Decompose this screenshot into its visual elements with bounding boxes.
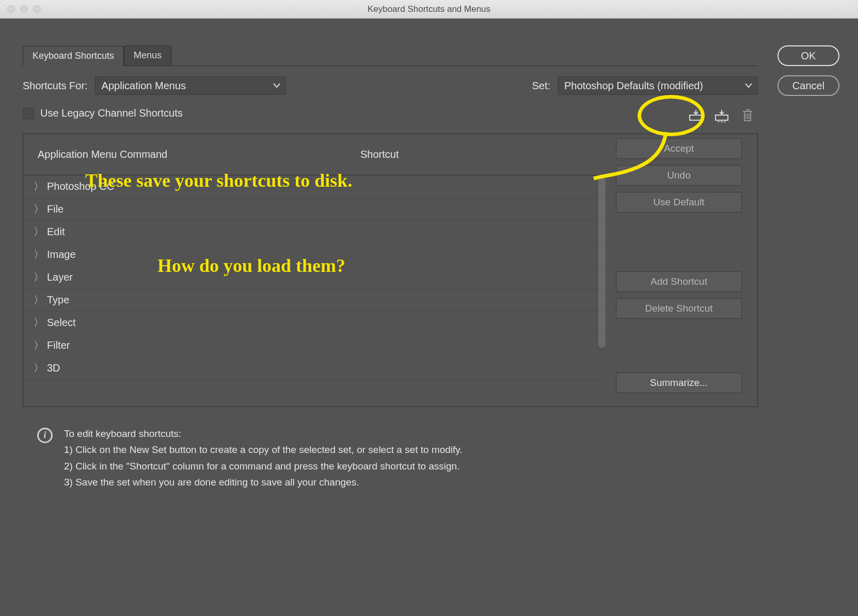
dialog-content: OK Cancel Keyboard Shortcuts Menus Short… <box>0 19 858 616</box>
info-line: 3) Save the set when you are done editin… <box>64 474 463 490</box>
save-as-icon <box>714 109 729 122</box>
legacy-checkbox[interactable] <box>23 108 34 119</box>
column-command: Application Menu Command <box>38 149 298 160</box>
use-default-button[interactable]: Use Default <box>616 192 742 213</box>
set-value: Photoshop Defaults (modified) <box>564 80 703 92</box>
item-label: Layer <box>47 271 73 283</box>
accept-button[interactable]: Accept <box>616 138 742 159</box>
shortcuts-for-value: Application Menus <box>102 80 186 92</box>
list-item[interactable]: 〉Photoshop CC <box>23 175 607 198</box>
item-label: File <box>47 203 63 215</box>
shortcuts-list-area: Application Menu Command Shortcut 〉Photo… <box>23 134 758 407</box>
item-label: Image <box>47 249 76 261</box>
save-icon <box>688 109 704 122</box>
set-icon-row <box>686 105 758 126</box>
main-panel: Keyboard Shortcuts Menus Shortcuts For: … <box>23 45 758 490</box>
item-label: 3D <box>47 362 60 374</box>
summarize-button[interactable]: Summarize... <box>616 372 742 393</box>
legacy-row: Use Legacy Channel Shortcuts <box>23 107 758 119</box>
tab-bar: Keyboard Shortcuts Menus <box>23 45 758 66</box>
ok-cancel-group: OK Cancel <box>777 45 839 96</box>
shortcuts-for-label: Shortcuts For: <box>23 80 88 92</box>
set-label: Set: <box>532 80 550 92</box>
list-item[interactable]: 〉Filter <box>23 334 607 357</box>
chevron-right-icon: 〉 <box>34 225 41 239</box>
chevron-right-icon: 〉 <box>34 202 41 216</box>
undo-button[interactable]: Undo <box>616 165 742 186</box>
chevron-right-icon: 〉 <box>34 338 41 352</box>
list-item[interactable]: 〉Image <box>23 244 607 266</box>
shortcuts-list: Application Menu Command Shortcut 〉Photo… <box>23 134 607 407</box>
cancel-button[interactable]: Cancel <box>777 75 839 96</box>
item-label: Edit <box>47 226 65 238</box>
svg-point-1 <box>721 121 723 123</box>
tab-keyboard-shortcuts[interactable]: Keyboard Shortcuts <box>23 46 124 66</box>
list-item[interactable]: 〉Edit <box>23 221 607 244</box>
chevron-down-icon <box>273 83 280 88</box>
info-line: 2) Click in the "Shortcut" column for a … <box>64 458 463 474</box>
info-icon: i <box>37 428 53 443</box>
list-item[interactable]: 〉File <box>23 198 607 221</box>
add-shortcut-button[interactable]: Add Shortcut <box>616 271 742 292</box>
list-item[interactable]: 〉Type <box>23 289 607 312</box>
side-buttons: Accept Undo Use Default Add Shortcut Del… <box>607 134 742 407</box>
shortcuts-for-row: Shortcuts For: Application Menus Set: Ph… <box>23 76 758 95</box>
item-label: Filter <box>47 339 70 351</box>
scrollbar[interactable] <box>598 177 606 348</box>
delete-shortcut-button[interactable]: Delete Shortcut <box>616 298 742 319</box>
set-select[interactable]: Photoshop Defaults (modified) <box>558 76 758 95</box>
item-label: Photoshop CC <box>47 181 114 192</box>
list-item[interactable]: 〉3D <box>23 357 607 380</box>
chevron-right-icon: 〉 <box>34 270 41 284</box>
ok-button[interactable]: OK <box>777 45 839 66</box>
list-body[interactable]: 〉Photoshop CC 〉File 〉Edit 〉Image 〉Layer … <box>23 175 607 407</box>
list-item[interactable]: 〉Layer <box>23 266 607 289</box>
item-label: Type <box>47 294 69 306</box>
info-text: To edit keyboard shortcuts: 1) Click on … <box>64 426 463 490</box>
save-set-as-button[interactable] <box>711 105 732 126</box>
chevron-down-icon <box>745 83 752 88</box>
svg-point-2 <box>724 121 726 123</box>
info-line: 1) Click on the New Set button to create… <box>64 442 463 458</box>
chevron-right-icon: 〉 <box>34 361 41 375</box>
legacy-label: Use Legacy Channel Shortcuts <box>40 107 183 119</box>
trash-icon <box>741 108 754 123</box>
save-set-button[interactable] <box>686 105 706 126</box>
chevron-right-icon: 〉 <box>34 316 41 330</box>
shortcuts-for-select[interactable]: Application Menus <box>95 76 286 95</box>
titlebar: Keyboard Shortcuts and Menus <box>0 0 858 19</box>
chevron-right-icon: 〉 <box>34 248 41 262</box>
list-item[interactable]: 〉Select <box>23 312 607 334</box>
chevron-right-icon: 〉 <box>34 180 41 193</box>
window-title: Keyboard Shortcuts and Menus <box>0 4 858 14</box>
info-block: i To edit keyboard shortcuts: 1) Click o… <box>23 426 758 490</box>
item-label: Select <box>47 317 76 329</box>
tab-menus[interactable]: Menus <box>124 45 171 66</box>
delete-set-button[interactable] <box>737 105 758 126</box>
dialog-window: Keyboard Shortcuts and Menus OK Cancel K… <box>0 0 858 616</box>
svg-point-0 <box>718 121 720 123</box>
column-shortcut: Shortcut <box>360 149 399 160</box>
chevron-right-icon: 〉 <box>34 293 41 307</box>
info-heading: To edit keyboard shortcuts: <box>64 426 463 442</box>
list-header: Application Menu Command Shortcut <box>23 134 607 175</box>
